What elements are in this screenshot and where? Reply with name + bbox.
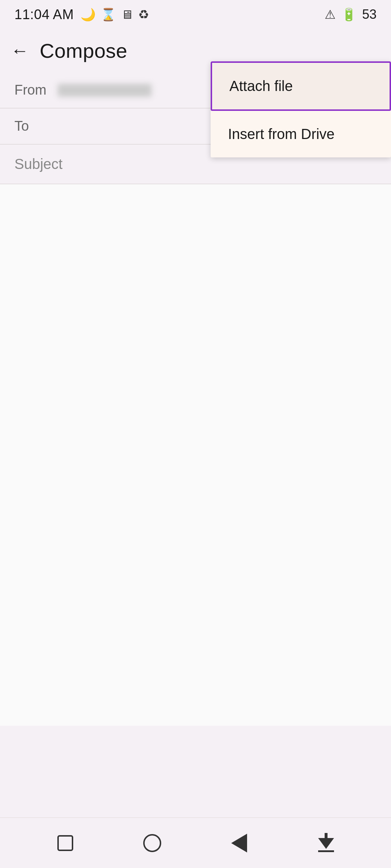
to-label: To xyxy=(14,118,54,134)
status-icons: 🌙 ⌛ 🖥 ♻ xyxy=(80,7,149,22)
status-bar: 11:04 AM 🌙 ⌛ 🖥 ♻ ⚠ 🔋 53 xyxy=(0,0,391,29)
attach-file-menu-item[interactable]: Attach file xyxy=(211,61,391,111)
triangle-icon xyxy=(231,834,247,852)
square-icon xyxy=(57,835,73,851)
desktop-icon: 🖥 xyxy=(121,8,133,22)
page-title: Compose xyxy=(40,39,127,62)
download-button[interactable] xyxy=(312,829,341,858)
status-left: 11:04 AM 🌙 ⌛ 🖥 ♻ xyxy=(14,7,149,22)
compose-form: From To ▾ Subject xyxy=(0,72,391,726)
back-button[interactable]: ← xyxy=(11,40,29,61)
home-button[interactable] xyxy=(138,829,167,858)
app-bar: ← Compose Attach file Insert from Drive xyxy=(0,29,391,72)
from-email-blurred xyxy=(58,84,151,97)
status-time: 11:04 AM xyxy=(14,7,74,22)
battery-icon: 🔋 xyxy=(341,7,356,22)
subject-placeholder: Subject xyxy=(14,156,62,172)
moon-icon: 🌙 xyxy=(80,7,96,22)
dropdown-menu: Attach file Insert from Drive xyxy=(211,61,391,157)
insert-from-drive-menu-item[interactable]: Insert from Drive xyxy=(211,111,391,157)
from-label: From xyxy=(14,82,54,98)
circle-icon xyxy=(143,834,161,852)
bottom-nav xyxy=(0,817,391,868)
compose-body[interactable] xyxy=(0,184,391,726)
refresh-icon: ♻ xyxy=(138,7,149,22)
battery-percent: 53 xyxy=(362,7,377,22)
hourglass-icon: ⌛ xyxy=(101,7,116,22)
back-nav-button[interactable] xyxy=(225,829,254,858)
download-icon xyxy=(318,834,334,852)
warning-icon: ⚠ xyxy=(325,7,335,22)
status-right: ⚠ 🔋 53 xyxy=(325,7,377,22)
recents-button[interactable] xyxy=(51,829,80,858)
